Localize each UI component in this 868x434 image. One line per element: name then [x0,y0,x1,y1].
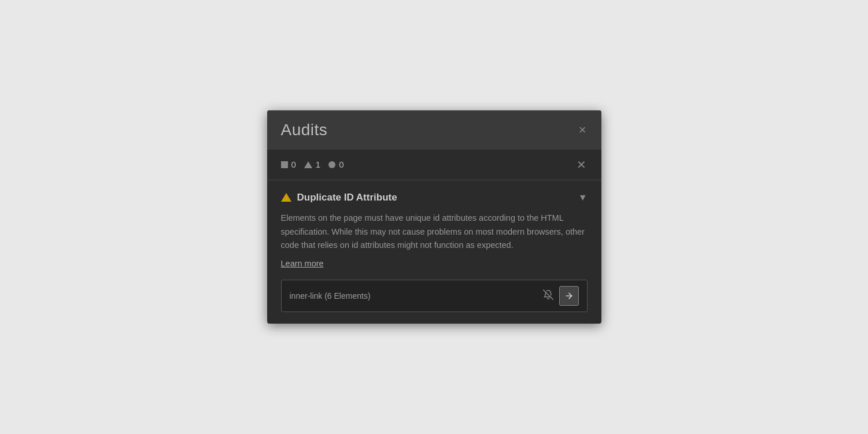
filter-warnings[interactable]: 1 [304,159,320,169]
clear-button[interactable]: ✕ [573,157,590,173]
panel-content: Duplicate ID Attribute ▼ Elements on the… [267,180,601,324]
element-row: inner-link (6 Elements) [281,280,588,312]
issue-title: Duplicate ID Attribute [297,192,397,203]
issue-header: Duplicate ID Attribute ▼ [281,192,588,203]
warning-count: 1 [316,159,320,169]
element-actions [542,286,579,306]
triangle-icon [304,161,312,168]
element-label: inner-link (6 Elements) [290,291,371,301]
mute-icon [543,290,553,300]
issue-description: Elements on the page must have unique id… [281,212,588,253]
info-count: 0 [339,159,343,169]
navigate-button[interactable] [559,286,579,306]
error-count: 0 [291,159,296,169]
panel-header: Audits × [267,110,601,150]
warning-icon [281,193,291,202]
filter-row: 0 1 0 [281,159,344,169]
panel-toolbar: 0 1 0 ✕ [267,150,601,180]
close-button[interactable]: × [575,123,590,138]
filter-errors[interactable]: 0 [281,159,296,169]
square-icon [281,161,288,168]
issue-title-row: Duplicate ID Attribute [281,192,397,203]
mute-button[interactable] [542,288,555,304]
audits-panel: Audits × 0 1 0 ✕ [267,110,601,324]
chevron-down-icon[interactable]: ▼ [578,192,588,203]
svg-line-0 [543,290,553,300]
panel-title: Audits [281,121,328,139]
circle-icon [328,161,335,168]
learn-more-link[interactable]: Learn more [281,259,324,268]
arrow-right-icon [564,291,574,301]
filter-info[interactable]: 0 [328,159,343,169]
